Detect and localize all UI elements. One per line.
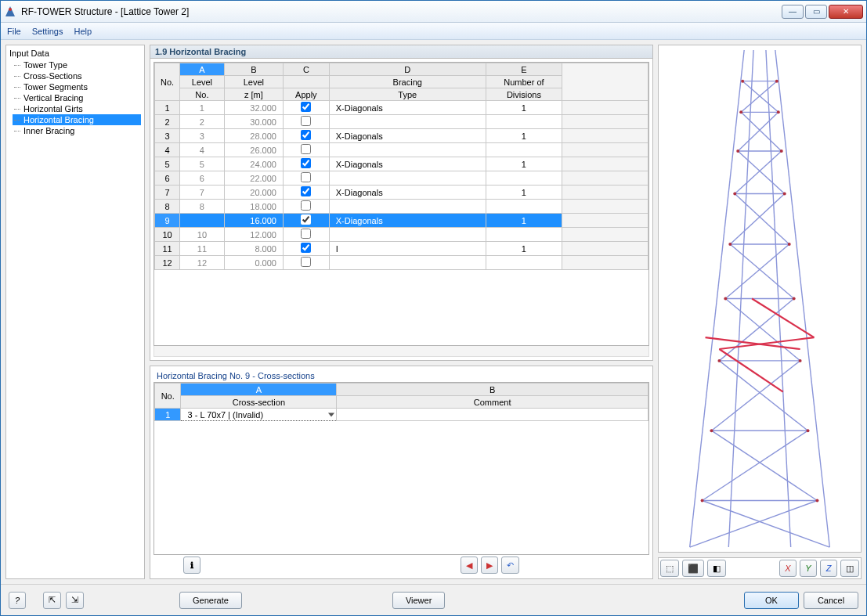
svg-line-31 — [703, 501, 830, 548]
tree-item-horizontal-bracing[interactable]: Horizontal Bracing — [13, 114, 141, 125]
viewer-button[interactable]: Viewer — [392, 592, 445, 609]
next-button[interactable]: ▶ — [481, 557, 498, 574]
table-row[interactable]: 5524.000X-Diagonals1 — [155, 157, 648, 171]
svg-line-33 — [719, 337, 814, 349]
cross-section-cell[interactable]: 3 - L 70x7 | (Invalid) — [181, 409, 337, 421]
svg-line-18 — [738, 112, 778, 151]
app-window: RF-TOWER Structure - [Lattice Tower 2] —… — [0, 0, 867, 616]
tree-header: Input Data — [9, 49, 141, 58]
table-row[interactable]: 3328.000X-Diagonals1 — [155, 129, 648, 143]
svg-line-27 — [719, 361, 807, 430]
apply-checkbox[interactable] — [301, 102, 311, 112]
svg-point-37 — [741, 80, 744, 83]
apply-checkbox[interactable] — [301, 257, 311, 267]
tree-item-cross-sections[interactable]: Cross-Sections — [13, 70, 141, 81]
sub-grid-panel: Horizontal Bracing No. 9 - Cross-section… — [150, 366, 653, 579]
tree-item-inner-bracing[interactable]: Inner Bracing — [13, 125, 141, 136]
menu-settings[interactable]: Settings — [32, 27, 63, 36]
grid-statusbar — [154, 346, 649, 357]
sub-toolbar: ℹ ◀ ▶ ↶ — [154, 555, 649, 575]
menu-help[interactable]: Help — [74, 27, 92, 36]
view-z[interactable]: Z — [820, 560, 837, 577]
svg-line-20 — [735, 151, 782, 194]
apply-checkbox[interactable] — [301, 144, 311, 154]
svg-line-17 — [741, 112, 782, 151]
table-row[interactable]: 11118.000I1 — [155, 242, 648, 256]
bottom-bar: ? ⇱ ⇲ Generate Viewer OK Cancel — [1, 584, 866, 615]
view-mode-3[interactable]: ◧ — [707, 560, 726, 577]
view-iso[interactable]: ◫ — [840, 560, 859, 577]
apply-checkbox[interactable] — [301, 172, 311, 182]
export-button[interactable]: ⇲ — [66, 592, 84, 609]
svg-point-38 — [775, 80, 778, 83]
table-row[interactable]: 1132.000X-Diagonals1 — [155, 101, 648, 115]
table-row[interactable]: 101012.000 — [155, 228, 648, 242]
table-row[interactable]: 2230.000 — [155, 115, 648, 129]
view-mode-2[interactable]: ⬛ — [682, 560, 704, 577]
svg-line-24 — [725, 244, 789, 298]
window-title: RF-TOWER Structure - [Lattice Tower 2] — [21, 6, 782, 17]
info-button[interactable]: ℹ — [183, 557, 200, 574]
apply-checkbox[interactable] — [301, 229, 311, 239]
reset-button[interactable]: ↶ — [501, 557, 519, 574]
svg-marker-0 — [5, 6, 15, 16]
tree-item-tower-segments[interactable]: Tower Segments — [13, 81, 141, 92]
svg-point-53 — [701, 499, 704, 503]
svg-point-45 — [728, 243, 732, 246]
ok-button[interactable]: OK — [744, 592, 799, 609]
table-row[interactable]: 8818.000 — [155, 200, 648, 214]
titlebar: RF-TOWER Structure - [Lattice Tower 2] —… — [1, 1, 866, 23]
cancel-button[interactable]: Cancel — [804, 592, 858, 609]
svg-point-52 — [807, 429, 810, 432]
apply-checkbox[interactable] — [301, 243, 311, 253]
svg-point-41 — [736, 149, 739, 153]
help-button[interactable]: ? — [9, 592, 26, 609]
tree-item-horizontal-girts[interactable]: Horizontal Girts — [13, 103, 141, 114]
tree-item-vertical-bracing[interactable]: Vertical Bracing — [13, 92, 141, 103]
close-button[interactable]: ✕ — [829, 5, 863, 19]
input-tree-panel: Input Data Tower TypeCross-SectionsTower… — [5, 45, 145, 579]
svg-line-34 — [706, 337, 800, 349]
minimize-button[interactable]: — — [782, 5, 804, 19]
menu-file[interactable]: File — [7, 27, 21, 36]
table-row[interactable]: 916.000X-Diagonals1 — [155, 214, 648, 228]
section-title: 1.9 Horizontal Bracing — [150, 45, 652, 59]
tree-item-tower-type[interactable]: Tower Type — [13, 59, 141, 70]
view-mode-1[interactable]: ⬚ — [660, 560, 679, 577]
table-row[interactable]: 6622.000 — [155, 171, 648, 186]
svg-line-15 — [742, 81, 778, 113]
bracing-table[interactable]: No.ABCDELevelLevelBracingNumber ofNo.z [… — [154, 63, 648, 270]
svg-line-28 — [711, 361, 800, 430]
prev-button[interactable]: ◀ — [461, 557, 478, 574]
generate-button[interactable]: Generate — [179, 592, 242, 609]
svg-point-48 — [793, 297, 796, 301]
svg-point-46 — [788, 243, 791, 246]
svg-point-1 — [9, 8, 12, 11]
svg-line-32 — [690, 501, 818, 548]
apply-checkbox[interactable] — [301, 200, 311, 211]
svg-line-19 — [738, 151, 785, 194]
menubar: File Settings Help — [1, 23, 866, 40]
svg-point-44 — [783, 193, 786, 196]
tower-preview[interactable] — [658, 45, 862, 553]
apply-checkbox[interactable] — [301, 186, 311, 196]
svg-line-30 — [703, 430, 808, 500]
table-row[interactable]: 7720.000X-Diagonals1 — [155, 186, 648, 200]
view-y[interactable]: Y — [800, 560, 817, 577]
apply-checkbox[interactable] — [301, 214, 311, 225]
table-row[interactable]: 4426.000 — [155, 143, 648, 157]
maximize-button[interactable]: ▭ — [805, 5, 827, 19]
view-x[interactable]: X — [779, 560, 797, 577]
apply-checkbox[interactable] — [301, 158, 311, 168]
apply-checkbox[interactable] — [301, 130, 311, 140]
sub-title: Horizontal Bracing No. 9 - Cross-section… — [154, 369, 649, 382]
svg-point-40 — [777, 110, 780, 113]
svg-point-50 — [799, 359, 802, 362]
svg-point-39 — [739, 110, 742, 113]
table-row[interactable]: 13 - L 70x7 | (Invalid) — [155, 409, 648, 421]
apply-checkbox[interactable] — [301, 116, 311, 126]
table-row[interactable]: 12120.000 — [155, 256, 648, 270]
svg-point-51 — [710, 429, 713, 432]
import-button[interactable]: ⇱ — [43, 592, 61, 609]
cross-section-table[interactable]: No.ABCross-sectionComment13 - L 70x7 | (… — [154, 383, 648, 421]
